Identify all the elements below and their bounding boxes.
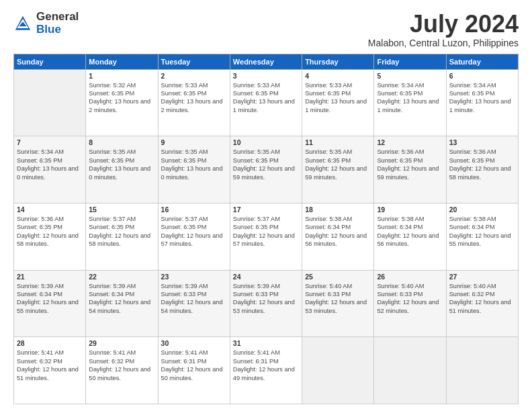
day-number: 20 xyxy=(449,205,515,214)
logo-general: General xyxy=(36,11,79,24)
subtitle: Malabon, Central Luzon, Philippines xyxy=(368,38,519,48)
col-thursday: Thursday xyxy=(302,54,374,69)
calendar-cell: 29Sunrise: 5:41 AMSunset: 6:32 PMDayligh… xyxy=(86,337,158,404)
day-number: 21 xyxy=(17,273,83,281)
day-number: 26 xyxy=(377,273,443,281)
day-number: 6 xyxy=(449,72,515,80)
day-number: 27 xyxy=(449,273,515,281)
header-row: Sunday Monday Tuesday Wednesday Thursday… xyxy=(14,54,519,69)
day-number: 14 xyxy=(17,205,83,214)
day-number: 2 xyxy=(161,72,227,80)
cell-info: Sunrise: 5:41 AMSunset: 6:31 PMDaylight:… xyxy=(233,349,299,382)
calendar-cell: 14Sunrise: 5:36 AMSunset: 6:35 PMDayligh… xyxy=(14,203,86,270)
cell-info: Sunrise: 5:34 AMSunset: 6:35 PMDaylight:… xyxy=(377,81,443,115)
cell-info: Sunrise: 5:40 AMSunset: 6:32 PMDaylight:… xyxy=(449,282,515,316)
calendar-cell: 24Sunrise: 5:39 AMSunset: 6:33 PMDayligh… xyxy=(230,270,302,337)
logo-blue: Blue xyxy=(36,24,79,36)
cell-info: Sunrise: 5:41 AMSunset: 6:32 PMDaylight:… xyxy=(89,349,154,382)
calendar-cell: 17Sunrise: 5:37 AMSunset: 6:35 PMDayligh… xyxy=(230,203,302,270)
day-number: 1 xyxy=(89,72,154,80)
calendar-cell: 1Sunrise: 5:32 AMSunset: 6:35 PMDaylight… xyxy=(86,69,158,136)
cell-info: Sunrise: 5:34 AMSunset: 6:35 PMDaylight:… xyxy=(449,81,515,115)
calendar-cell: 28Sunrise: 5:41 AMSunset: 6:32 PMDayligh… xyxy=(14,337,86,404)
day-number: 17 xyxy=(233,205,299,214)
cell-info: Sunrise: 5:36 AMSunset: 6:35 PMDaylight:… xyxy=(377,148,443,181)
col-monday: Monday xyxy=(86,54,158,69)
cell-info: Sunrise: 5:35 AMSunset: 6:35 PMDaylight:… xyxy=(89,148,154,181)
cell-info: Sunrise: 5:37 AMSunset: 6:35 PMDaylight:… xyxy=(161,215,227,248)
calendar-cell: 30Sunrise: 5:41 AMSunset: 6:31 PMDayligh… xyxy=(158,337,230,404)
cell-info: Sunrise: 5:41 AMSunset: 6:32 PMDaylight:… xyxy=(17,349,83,382)
calendar-cell xyxy=(302,337,374,404)
cell-info: Sunrise: 5:32 AMSunset: 6:35 PMDaylight:… xyxy=(89,81,154,115)
calendar-cell: 8Sunrise: 5:35 AMSunset: 6:35 PMDaylight… xyxy=(86,136,158,203)
cell-info: Sunrise: 5:41 AMSunset: 6:31 PMDaylight:… xyxy=(161,349,227,382)
calendar-cell: 9Sunrise: 5:35 AMSunset: 6:35 PMDaylight… xyxy=(158,136,230,203)
calendar-cell: 21Sunrise: 5:39 AMSunset: 6:34 PMDayligh… xyxy=(14,270,86,337)
day-number: 9 xyxy=(161,138,227,146)
calendar-cell: 18Sunrise: 5:38 AMSunset: 6:34 PMDayligh… xyxy=(302,203,374,270)
calendar-cell: 20Sunrise: 5:38 AMSunset: 6:34 PMDayligh… xyxy=(446,203,518,270)
calendar-cell: 31Sunrise: 5:41 AMSunset: 6:31 PMDayligh… xyxy=(230,337,302,404)
day-number: 30 xyxy=(161,339,227,347)
day-number: 12 xyxy=(377,138,443,146)
col-saturday: Saturday xyxy=(446,54,518,69)
day-number: 16 xyxy=(161,205,227,214)
cell-info: Sunrise: 5:35 AMSunset: 6:35 PMDaylight:… xyxy=(233,148,299,181)
title-block: July 2024 Malabon, Central Luzon, Philip… xyxy=(368,11,519,48)
calendar-cell: 19Sunrise: 5:38 AMSunset: 6:34 PMDayligh… xyxy=(374,203,446,270)
calendar-cell: 4Sunrise: 5:33 AMSunset: 6:35 PMDaylight… xyxy=(302,69,374,136)
cell-info: Sunrise: 5:35 AMSunset: 6:35 PMDaylight:… xyxy=(305,148,371,181)
cell-info: Sunrise: 5:39 AMSunset: 6:33 PMDaylight:… xyxy=(233,282,299,316)
calendar-cell: 7Sunrise: 5:34 AMSunset: 6:35 PMDaylight… xyxy=(14,136,86,203)
logo-icon xyxy=(13,14,32,33)
col-friday: Friday xyxy=(374,54,446,69)
header: General Blue July 2024 Malabon, Central … xyxy=(13,11,519,48)
cell-info: Sunrise: 5:39 AMSunset: 6:33 PMDaylight:… xyxy=(161,282,227,316)
day-number: 18 xyxy=(305,205,371,214)
cell-info: Sunrise: 5:36 AMSunset: 6:35 PMDaylight:… xyxy=(17,215,83,248)
calendar-cell: 22Sunrise: 5:39 AMSunset: 6:34 PMDayligh… xyxy=(86,270,158,337)
day-number: 11 xyxy=(305,138,371,146)
col-tuesday: Tuesday xyxy=(158,54,230,69)
day-number: 13 xyxy=(449,138,515,146)
calendar-cell: 23Sunrise: 5:39 AMSunset: 6:33 PMDayligh… xyxy=(158,270,230,337)
cell-info: Sunrise: 5:33 AMSunset: 6:35 PMDaylight:… xyxy=(305,81,371,115)
calendar-cell: 25Sunrise: 5:40 AMSunset: 6:33 PMDayligh… xyxy=(302,270,374,337)
cell-info: Sunrise: 5:35 AMSunset: 6:35 PMDaylight:… xyxy=(161,148,227,181)
cell-info: Sunrise: 5:39 AMSunset: 6:34 PMDaylight:… xyxy=(17,282,83,316)
cell-info: Sunrise: 5:40 AMSunset: 6:33 PMDaylight:… xyxy=(305,282,371,316)
calendar-table: Sunday Monday Tuesday Wednesday Thursday… xyxy=(13,54,519,404)
calendar-cell: 27Sunrise: 5:40 AMSunset: 6:32 PMDayligh… xyxy=(446,270,518,337)
calendar-cell: 10Sunrise: 5:35 AMSunset: 6:35 PMDayligh… xyxy=(230,136,302,203)
cell-info: Sunrise: 5:39 AMSunset: 6:34 PMDaylight:… xyxy=(89,282,154,316)
day-number: 10 xyxy=(233,138,299,146)
day-number: 23 xyxy=(161,273,227,281)
cell-info: Sunrise: 5:33 AMSunset: 6:35 PMDaylight:… xyxy=(161,81,227,115)
calendar-cell: 12Sunrise: 5:36 AMSunset: 6:35 PMDayligh… xyxy=(374,136,446,203)
cell-info: Sunrise: 5:38 AMSunset: 6:34 PMDaylight:… xyxy=(305,215,371,248)
day-number: 5 xyxy=(377,72,443,80)
day-number: 31 xyxy=(233,339,299,347)
col-sunday: Sunday xyxy=(14,54,86,69)
week-row-1: 1Sunrise: 5:32 AMSunset: 6:35 PMDaylight… xyxy=(14,69,519,136)
day-number: 29 xyxy=(89,339,154,347)
week-row-5: 28Sunrise: 5:41 AMSunset: 6:32 PMDayligh… xyxy=(14,337,519,404)
calendar-cell xyxy=(14,69,86,136)
calendar-cell: 2Sunrise: 5:33 AMSunset: 6:35 PMDaylight… xyxy=(158,69,230,136)
calendar-cell: 5Sunrise: 5:34 AMSunset: 6:35 PMDaylight… xyxy=(374,69,446,136)
logo: General Blue xyxy=(13,11,79,36)
cell-info: Sunrise: 5:37 AMSunset: 6:35 PMDaylight:… xyxy=(89,215,154,248)
calendar-cell: 11Sunrise: 5:35 AMSunset: 6:35 PMDayligh… xyxy=(302,136,374,203)
day-number: 22 xyxy=(89,273,154,281)
day-number: 24 xyxy=(233,273,299,281)
day-number: 28 xyxy=(17,339,83,347)
cell-info: Sunrise: 5:38 AMSunset: 6:34 PMDaylight:… xyxy=(449,215,515,248)
calendar-cell xyxy=(446,337,518,404)
day-number: 15 xyxy=(89,205,154,214)
calendar-cell: 3Sunrise: 5:33 AMSunset: 6:35 PMDaylight… xyxy=(230,69,302,136)
day-number: 8 xyxy=(89,138,154,146)
cell-info: Sunrise: 5:38 AMSunset: 6:34 PMDaylight:… xyxy=(377,215,443,248)
cell-info: Sunrise: 5:33 AMSunset: 6:35 PMDaylight:… xyxy=(233,81,299,115)
week-row-4: 21Sunrise: 5:39 AMSunset: 6:34 PMDayligh… xyxy=(14,270,519,337)
